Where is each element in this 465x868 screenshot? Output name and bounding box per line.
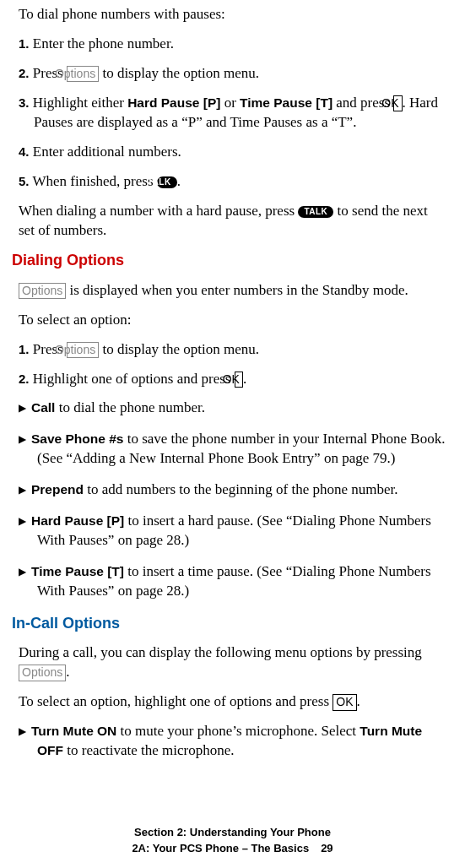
step-b2: 2. Highlight one of options and press OK… xyxy=(19,370,446,389)
bold-text: Time Pause [T] xyxy=(240,95,333,110)
step-num: 2. xyxy=(19,372,30,386)
ok-softkey: OK xyxy=(333,694,356,711)
options-softkey: Options xyxy=(67,342,99,359)
bullet-text: to reactivate the microphone. xyxy=(63,742,235,758)
triangle-icon: ▶ xyxy=(19,515,26,527)
bold-text: Turn Mute ON xyxy=(31,724,116,738)
para-text: . xyxy=(357,693,360,709)
bullet-text: to mute your phone’s microphone. Select xyxy=(116,723,360,739)
options-softkey: Options xyxy=(19,665,66,681)
triangle-icon: ▶ xyxy=(19,402,26,414)
step-num: 2. xyxy=(19,66,30,80)
bullet-hard-pause: ▶Hard Pause [P] to insert a hard pause. … xyxy=(19,512,446,551)
para-text: During a call, you can display the follo… xyxy=(19,644,422,660)
step-2: 2. Press Options to display the option m… xyxy=(19,64,446,84)
heading-in-call-options: In-Call Options xyxy=(12,613,446,633)
intro-select-option: To select an option: xyxy=(19,311,446,330)
step-text: to display the option menu. xyxy=(99,65,259,81)
bullet-time-pause: ▶Time Pause [T] to insert a time pause. … xyxy=(19,562,446,601)
step-4: 4. Enter additional numbers. xyxy=(19,143,446,162)
triangle-icon: ▶ xyxy=(19,725,26,737)
bullet-turn-mute: ▶Turn Mute ON to mute your phone’s micro… xyxy=(19,722,446,761)
step-num: 1. xyxy=(19,342,30,356)
step-text: or xyxy=(220,95,240,111)
page-footer: Section 2: Understanding Your Phone 2A: … xyxy=(0,825,465,856)
para-text: When dialing a number with a hard pause,… xyxy=(19,203,298,219)
step-num: 1. xyxy=(19,36,30,51)
para-text: is displayed when you enter numbers in t… xyxy=(66,282,408,298)
bold-text: Hard Pause [P] xyxy=(31,513,124,528)
paragraph-during-call: During a call, you can display the follo… xyxy=(19,643,446,682)
step-num: 3. xyxy=(19,95,30,110)
step-1: 1. Enter the phone number. xyxy=(19,35,446,54)
bold-text: Hard Pause [P] xyxy=(127,95,220,110)
paragraph-select-option: To select an option, highlight one of op… xyxy=(19,692,446,712)
page-number: 29 xyxy=(321,842,333,854)
intro-pauses: To dial phone numbers with pauses: xyxy=(19,5,446,24)
bold-text: Time Pause [T] xyxy=(31,564,124,578)
para-text: To select an option, highlight one of op… xyxy=(19,693,333,709)
footer-section: Section 2: Understanding Your Phone xyxy=(0,825,465,840)
step-text: Highlight one of options and press xyxy=(33,371,235,387)
bullet-text: to add numbers to the beginning of the p… xyxy=(84,481,398,497)
step-num: 5. xyxy=(19,174,30,188)
triangle-icon: ▶ xyxy=(19,433,26,445)
paragraph-options-displayed: Options is displayed when you enter numb… xyxy=(19,281,446,301)
bullet-call: ▶Call to dial the phone number. xyxy=(19,399,446,418)
bold-text: Save Phone #s xyxy=(31,431,123,446)
talk-key-icon: TALK xyxy=(157,176,177,188)
ok-softkey: OK xyxy=(235,372,243,388)
bold-text: Call xyxy=(31,400,55,415)
para-text: . xyxy=(66,664,69,680)
options-softkey: Options xyxy=(67,66,99,83)
bullet-prepend: ▶Prepend to add numbers to the beginning… xyxy=(19,480,446,500)
ok-softkey: OK xyxy=(393,95,402,112)
step-text: Highlight either xyxy=(33,95,127,111)
bullet-save-phone: ▶Save Phone #s to save the phone number … xyxy=(19,430,446,469)
footer-chapter-text: 2A: Your PCS Phone – The Basics xyxy=(132,842,309,854)
triangle-icon: ▶ xyxy=(19,484,26,496)
step-b1: 1. Press Options to display the option m… xyxy=(19,340,446,360)
step-num: 4. xyxy=(19,144,30,159)
paragraph-hard-pause: When dialing a number with a hard pause,… xyxy=(19,202,446,241)
step-3: 3. Highlight either Hard Pause [P] or Ti… xyxy=(19,94,446,133)
heading-dialing-options: Dialing Options xyxy=(12,250,446,270)
step-text: Enter the phone number. xyxy=(33,35,174,52)
triangle-icon: ▶ xyxy=(19,566,26,578)
step-text: Enter additional numbers. xyxy=(33,144,181,160)
options-softkey: Options xyxy=(19,283,66,300)
bullet-text: to dial the phone number. xyxy=(55,399,205,415)
step-text: to display the option menu. xyxy=(99,341,259,357)
footer-chapter: 2A: Your PCS Phone – The Basics29 xyxy=(0,841,465,856)
step-5: 5. When finished, press TALK. xyxy=(19,172,446,192)
step-text: . xyxy=(177,173,181,189)
talk-key-icon: TALK xyxy=(298,206,333,218)
bold-text: Prepend xyxy=(31,482,84,496)
step-text: When finished, press xyxy=(32,173,156,189)
step-text: . xyxy=(243,371,246,387)
